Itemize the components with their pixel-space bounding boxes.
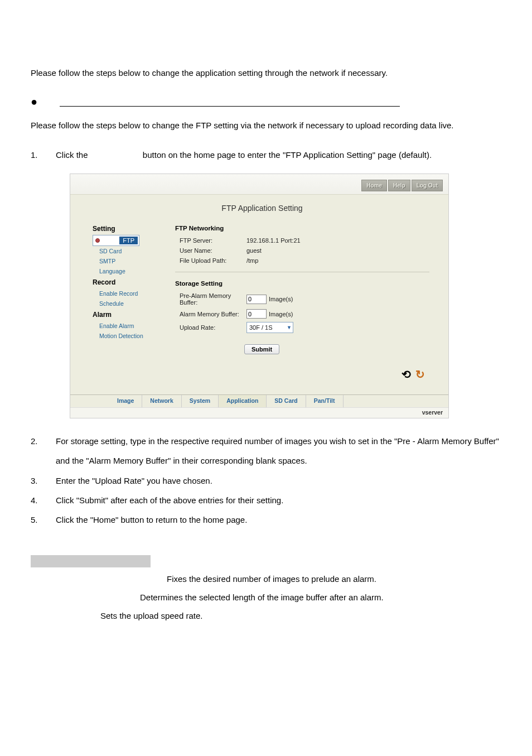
pre-alarm-unit: Image(s) — [269, 296, 293, 302]
brand-footer: vserver — [70, 407, 448, 418]
underline-placeholder — [60, 97, 400, 107]
username-value: guest — [246, 247, 262, 254]
sidebar-item-ftp-label: FTP — [119, 237, 138, 244]
upload-rate-select[interactable]: 30F / 1S ▼ — [246, 322, 293, 333]
step-num-2: 2. — [31, 432, 56, 470]
tab-system[interactable]: System — [182, 395, 219, 407]
upload-path-label: File Upload Path: — [175, 257, 246, 264]
tab-pantilt[interactable]: Pan/Tilt — [306, 395, 344, 407]
step-1a: Click the — [56, 150, 90, 160]
sidebar-item-enable-record[interactable]: Enable Record — [93, 288, 165, 298]
home-button[interactable]: Home — [361, 180, 387, 191]
step-num-5: 5. — [31, 511, 56, 529]
pre-alarm-input[interactable] — [246, 295, 267, 304]
step-num-3: 3. — [31, 471, 56, 490]
step-num-1: 1. — [31, 146, 56, 165]
page-title: FTP Application Setting — [93, 204, 432, 213]
help-button[interactable]: Help — [388, 180, 410, 191]
bullet-dot-icon: ● — [31, 95, 37, 108]
sidebar-item-motion[interactable]: Motion Detection — [93, 331, 165, 341]
refresh-icon[interactable]: ↻ — [413, 368, 425, 380]
desc-upload-rate: Sets the upload speed rate. — [31, 606, 501, 625]
sidebar-item-sdcard[interactable]: SD Card — [93, 246, 165, 256]
active-dot-icon — [95, 238, 100, 243]
upload-rate-label: Upload Rate: — [175, 324, 246, 331]
media-icons: ⟲ ↻ — [175, 354, 432, 380]
step-4-text: Click "Submit" after each of the above e… — [56, 491, 501, 509]
step-5-text: Click the "Home" button to return to the… — [56, 511, 501, 529]
tab-sdcard[interactable]: SD Card — [267, 395, 306, 407]
sidebar-head-alarm: Alarm — [93, 311, 165, 319]
sidebar-item-enable-alarm[interactable]: Enable Alarm — [93, 321, 165, 331]
upload-rate-value: 30F / 1S — [249, 324, 273, 331]
tab-network[interactable]: Network — [142, 395, 181, 407]
step-1-text: Click the button on the home page to ent… — [56, 146, 501, 165]
pre-alarm-label: Pre-Alarm Memory Buffer: — [175, 292, 246, 306]
ftp-app-screenshot: Home Help Log Out FTP Application Settin… — [70, 174, 449, 418]
step-num-4: 4. — [31, 491, 56, 509]
tab-image[interactable]: Image — [109, 395, 142, 407]
alarm-buffer-unit: Image(s) — [269, 311, 293, 317]
ftp-server-label: FTP Server: — [175, 237, 246, 244]
sidebar-head-setting: Setting — [93, 225, 165, 233]
desc-pre-alarm: Fixes the desired number of images to pr… — [31, 570, 501, 588]
logout-button[interactable]: Log Out — [412, 180, 443, 191]
tab-application[interactable]: Application — [219, 395, 267, 407]
sidebar: Setting FTP SD Card SMTP Language Record… — [93, 223, 165, 380]
sidebar-item-ftp[interactable]: FTP — [93, 235, 139, 246]
sidebar-item-schedule[interactable]: Schedule — [93, 298, 165, 309]
section-storage-setting: Storage Setting — [175, 280, 432, 287]
description-highlight — [31, 555, 151, 567]
back-arrow-icon[interactable]: ⟲ — [399, 368, 411, 380]
sidebar-head-record: Record — [93, 278, 165, 286]
upload-path-value: /tmp — [246, 257, 258, 264]
bullet-heading-row: ● — [31, 95, 501, 108]
chevron-down-icon: ▼ — [287, 325, 292, 330]
step-2-text: For storage setting, type in the respect… — [56, 432, 501, 470]
step-3-text: Enter the "Upload Rate" you have chosen. — [56, 471, 501, 490]
sidebar-item-language[interactable]: Language — [93, 266, 165, 276]
desc-alarm-buffer: Determines the selected length of the im… — [31, 588, 501, 606]
ftp-server-value: 192.168.1.1 Port:21 — [246, 237, 301, 244]
intro-text-2: Please follow the steps below to change … — [31, 116, 501, 134]
intro-text-1: Please follow the steps below to change … — [31, 67, 501, 80]
username-label: User Name: — [175, 247, 246, 254]
step-1b: button on the home page to enter the "FT… — [143, 150, 432, 160]
alarm-buffer-input[interactable] — [246, 309, 267, 319]
alarm-buffer-label: Alarm Memory Buffer: — [175, 311, 246, 317]
submit-button[interactable]: Submit — [244, 344, 279, 354]
section-ftp-networking: FTP Networking — [175, 225, 432, 232]
sidebar-item-smtp[interactable]: SMTP — [93, 256, 165, 266]
